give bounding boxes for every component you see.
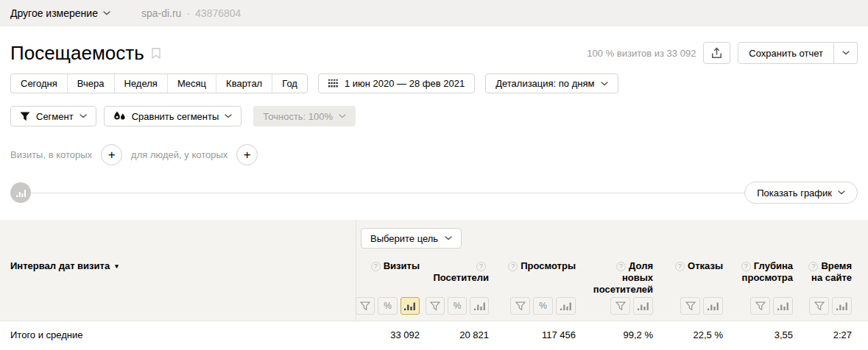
- segment-row: Сегмент Сравнить сегменты Точность: 100%: [0, 93, 868, 126]
- report-header: Посещаемость 100 % визитов из 33 092 Сох…: [0, 26, 868, 65]
- total-view-depth: 3,55: [729, 321, 799, 349]
- segment-label: Сегмент: [36, 111, 74, 122]
- filter-builder-row: Визиты, в которых + для людей, у которых…: [0, 126, 868, 165]
- save-report-split-button: Сохранить отчет: [738, 42, 858, 64]
- empty-cell: [0, 297, 356, 321]
- time-on-site-chart-button[interactable]: [832, 297, 852, 315]
- chevron-down-icon: [842, 51, 850, 55]
- period-tab-3[interactable]: Месяц: [167, 74, 216, 93]
- total-visits: 33 092: [356, 321, 426, 349]
- total-pageviews: 117 456: [495, 321, 582, 349]
- save-report-button[interactable]: Сохранить отчет: [738, 42, 834, 64]
- table-section: Выберите цель Интервал дат визита ▾ ?Виз…: [0, 220, 868, 349]
- people-filter-label: для людей, у которых: [131, 149, 227, 160]
- chevron-down-icon: [601, 82, 608, 86]
- accuracy-button[interactable]: Точность: 100%: [253, 106, 356, 126]
- help-icon[interactable]: ?: [616, 262, 626, 271]
- time-on-site-filter-button[interactable]: [809, 297, 829, 315]
- segment-button[interactable]: Сегмент: [10, 106, 96, 126]
- total-bounce-rate: 22,5 %: [659, 321, 729, 349]
- export-button[interactable]: [703, 42, 730, 64]
- column-header-time-on-site[interactable]: ?Время на сайте: [799, 253, 858, 297]
- help-icon[interactable]: ?: [675, 262, 685, 271]
- page-title: Посещаемость: [10, 41, 144, 65]
- metric-totals: Итого и средние 33 09220 821117 45699,2 …: [0, 321, 868, 349]
- bookmark-icon[interactable]: [152, 48, 160, 59]
- column-header-pageviews[interactable]: ?Просмотры: [495, 253, 582, 297]
- visitors-percent-button[interactable]: %: [448, 297, 467, 315]
- column-header-new-visitors-share[interactable]: ?Доля новых посетителей: [582, 253, 659, 297]
- add-people-filter-button[interactable]: +: [236, 144, 258, 165]
- show-chart-label: Показать график: [757, 188, 832, 199]
- compare-segments-label: Сравнить сегменты: [132, 111, 219, 122]
- column-filter-icons-view-depth: [729, 297, 799, 321]
- chevron-down-icon: [225, 114, 232, 118]
- visits-chart-button[interactable]: [401, 297, 420, 315]
- help-icon[interactable]: ?: [371, 262, 381, 271]
- detalization-label: Детализация: по дням: [495, 78, 594, 89]
- droplets-icon: [113, 111, 126, 121]
- row-dimension-header[interactable]: Интервал дат визита ▾: [0, 253, 356, 297]
- chevron-down-icon: [339, 114, 346, 118]
- dimension-selector[interactable]: Другое измерение: [10, 7, 110, 19]
- column-header-visitors[interactable]: ?Посетители: [426, 253, 495, 297]
- period-tab-1[interactable]: Вчера: [67, 74, 114, 93]
- funnel-icon: [20, 112, 30, 121]
- goal-select-button[interactable]: Выберите цель: [361, 228, 462, 249]
- chart-toggle-row: Показать график: [0, 165, 868, 204]
- show-chart-button[interactable]: Показать график: [744, 182, 858, 204]
- period-tab-5[interactable]: Год: [272, 74, 307, 93]
- add-visit-filter-button[interactable]: +: [101, 144, 122, 165]
- topbar: Другое измерение spa-di.ru · 43876804: [0, 0, 868, 26]
- metric-filters: %%%: [0, 297, 868, 321]
- chevron-down-icon: [445, 236, 452, 240]
- view-depth-chart-button[interactable]: [773, 297, 793, 315]
- chevron-down-icon: [838, 190, 845, 195]
- goal-select-label: Выберите цель: [370, 233, 438, 244]
- column-header-visits[interactable]: ?Визиты: [356, 253, 426, 297]
- total-new-visitors-share: 99,2 %: [582, 321, 659, 349]
- help-icon[interactable]: ?: [808, 262, 818, 271]
- period-tab-0[interactable]: Сегодня: [11, 74, 67, 93]
- bounce-rate-chart-button[interactable]: [703, 297, 723, 315]
- date-range-button[interactable]: 1 июн 2020 — 28 фев 2021: [318, 74, 475, 93]
- pageviews-percent-button[interactable]: %: [533, 297, 553, 315]
- total-time-on-site: 2:27: [799, 321, 858, 349]
- accuracy-label: Точность: 100%: [263, 111, 333, 122]
- view-depth-filter-button[interactable]: [750, 297, 770, 315]
- help-icon[interactable]: ?: [508, 262, 518, 271]
- help-icon[interactable]: ?: [476, 262, 486, 271]
- counter-id: 43876804: [195, 7, 241, 19]
- visits-filter-button[interactable]: [356, 297, 375, 315]
- counter-info: spa-di.ru · 43876804: [141, 7, 241, 19]
- column-header-view-depth[interactable]: ?Глубина просмотра: [729, 253, 799, 297]
- detalization-button[interactable]: Детализация: по дням: [485, 74, 618, 93]
- total-visitors: 20 821: [426, 321, 495, 349]
- visits-filter-label: Визиты, в которых: [10, 149, 92, 160]
- visitors-filter-button[interactable]: [426, 297, 445, 315]
- new-visitors-share-chart-button[interactable]: [633, 297, 653, 315]
- dimension-selector-label: Другое измерение: [10, 7, 98, 19]
- bars-icon: [16, 189, 26, 197]
- chart-icon: [10, 182, 31, 203]
- chevron-down-icon: [80, 114, 87, 118]
- visitors-chart-button[interactable]: [470, 297, 489, 315]
- visits-percent-button[interactable]: %: [378, 297, 397, 315]
- period-tab-2[interactable]: Неделя: [114, 74, 167, 93]
- help-icon[interactable]: ?: [741, 262, 751, 271]
- compare-segments-button[interactable]: Сравнить сегменты: [104, 106, 242, 126]
- bounce-rate-filter-button[interactable]: [680, 297, 700, 315]
- period-tab-4[interactable]: Квартал: [216, 74, 272, 93]
- pageviews-filter-button[interactable]: [510, 297, 530, 315]
- metric-headers: Интервал дат визита ▾ ?Визиты?Посетители…: [0, 253, 868, 297]
- date-range-label: 1 июн 2020 — 28 фев 2021: [345, 78, 465, 89]
- save-report-dropdown-button[interactable]: [834, 42, 858, 64]
- new-visitors-share-filter-button[interactable]: [610, 297, 630, 315]
- column-filter-icons-new-visitors-share: [582, 297, 659, 321]
- column-header-bounce-rate[interactable]: ?Отказы: [659, 253, 729, 297]
- pageviews-chart-button[interactable]: [556, 297, 576, 315]
- totals-label: Итого и средние: [0, 321, 356, 349]
- dot-separator: ·: [186, 7, 190, 19]
- site-name: spa-di.ru: [141, 7, 181, 19]
- chevron-down-icon: [103, 11, 110, 15]
